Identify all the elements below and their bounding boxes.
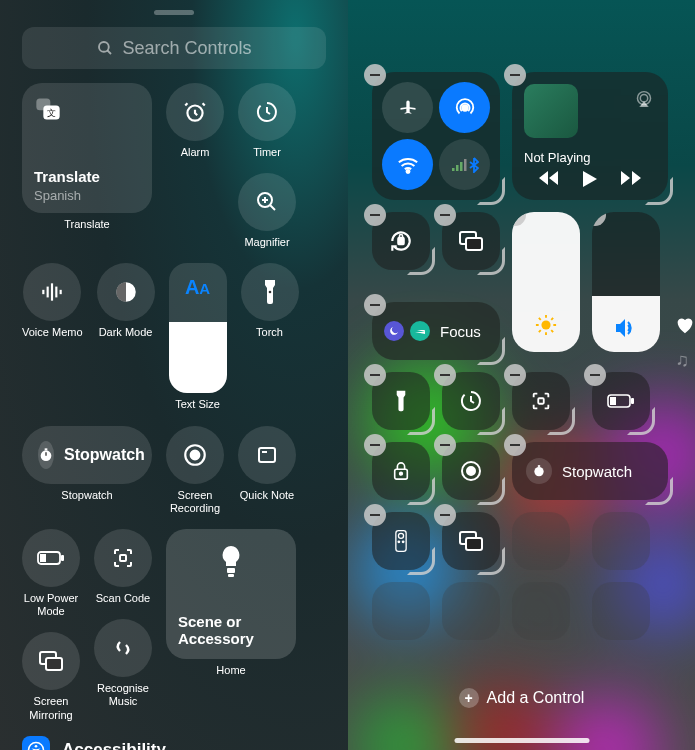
remove-button[interactable] <box>504 364 526 386</box>
screen-recording-button[interactable] <box>442 442 500 500</box>
timer-button[interactable] <box>442 372 500 430</box>
timer-button[interactable] <box>238 83 296 141</box>
empty-slot[interactable] <box>442 582 500 640</box>
svg-point-17 <box>41 450 52 461</box>
search-icon <box>96 39 114 57</box>
empty-slot[interactable] <box>512 582 570 640</box>
remove-button[interactable] <box>364 294 386 316</box>
svg-rect-28 <box>46 658 62 670</box>
svg-rect-76 <box>538 465 540 467</box>
focus-widget[interactable]: Focus <box>372 302 500 360</box>
apple-tv-remote-button[interactable] <box>372 512 430 570</box>
brightness-slider[interactable] <box>512 212 580 352</box>
svg-point-72 <box>400 472 403 475</box>
now-playing-label: Not Playing <box>524 150 590 165</box>
airplane-icon <box>398 98 418 118</box>
torch-button[interactable] <box>241 263 299 321</box>
empty-slot[interactable] <box>592 512 650 570</box>
quick-note-button[interactable] <box>238 426 296 484</box>
resize-handle[interactable] <box>411 411 435 435</box>
empty-slot[interactable] <box>592 582 650 640</box>
remove-button[interactable] <box>364 504 386 526</box>
svg-point-75 <box>534 467 543 476</box>
torch-button[interactable] <box>372 372 430 430</box>
svg-point-74 <box>467 467 475 475</box>
speaker-icon <box>614 318 638 338</box>
add-control-button[interactable]: + Add a Control <box>348 688 695 708</box>
voice-memo-button[interactable] <box>23 263 81 321</box>
remove-button[interactable] <box>434 504 456 526</box>
remove-button[interactable] <box>434 434 456 456</box>
stopwatch-pill[interactable]: Stopwatch <box>22 426 152 484</box>
resize-handle[interactable] <box>411 251 435 275</box>
resize-handle[interactable] <box>649 481 673 505</box>
empty-slot[interactable] <box>512 512 570 570</box>
svg-line-63 <box>539 318 541 320</box>
search-controls-field[interactable]: Search Controls <box>22 27 326 69</box>
remove-button[interactable] <box>364 434 386 456</box>
rotation-lock-button[interactable] <box>372 212 430 270</box>
airplay-icon[interactable] <box>634 90 654 108</box>
translate-tile[interactable]: 文 Translate Spanish <box>22 83 152 213</box>
bluetooth-icon <box>469 157 479 173</box>
text-size-slider[interactable]: AA <box>169 263 227 393</box>
timer-item: Timer <box>238 83 296 159</box>
screen-recording-button[interactable] <box>166 426 224 484</box>
airplane-toggle[interactable] <box>382 82 433 133</box>
remove-button[interactable] <box>364 204 386 226</box>
resize-handle[interactable] <box>551 411 575 435</box>
volume-slider[interactable] <box>592 212 660 352</box>
resize-handle[interactable] <box>631 411 655 435</box>
scan-code-button[interactable] <box>512 372 570 430</box>
favorite-heart-icon[interactable] <box>675 316 695 334</box>
svg-rect-50 <box>456 165 459 171</box>
translate-title: Translate <box>34 168 100 185</box>
home-tile[interactable]: Scene or Accessory <box>166 529 296 659</box>
svg-rect-18 <box>45 448 48 450</box>
magnifier-button[interactable] <box>238 173 296 231</box>
dark-mode-item: Dark Mode <box>97 263 155 339</box>
connectivity-widget[interactable] <box>372 72 500 200</box>
resize-handle[interactable] <box>411 551 435 575</box>
remove-button[interactable] <box>434 204 456 226</box>
resize-handle[interactable] <box>481 341 505 365</box>
sheet-grabber[interactable] <box>154 10 194 15</box>
resize-handle[interactable] <box>481 551 505 575</box>
resize-handle[interactable] <box>481 251 505 275</box>
translate-item: 文 Translate Spanish Translate <box>22 83 152 231</box>
alarm-button[interactable] <box>166 83 224 141</box>
remove-button[interactable] <box>512 212 526 226</box>
low-power-button[interactable] <box>22 529 80 587</box>
screen-mirroring-button-2[interactable] <box>442 512 500 570</box>
stopwatch-widget[interactable]: Stopwatch <box>512 442 668 500</box>
rewind-button[interactable] <box>538 170 560 188</box>
empty-slot[interactable] <box>372 582 430 640</box>
recognise-music-button[interactable] <box>94 619 152 677</box>
remove-button[interactable] <box>584 364 606 386</box>
remove-button[interactable] <box>364 364 386 386</box>
screen-mirroring-button[interactable] <box>22 632 80 690</box>
remove-button[interactable] <box>504 434 526 456</box>
scan-code-button[interactable] <box>94 529 152 587</box>
flashlight-icon <box>263 279 277 305</box>
resize-handle[interactable] <box>481 411 505 435</box>
forward-button[interactable] <box>620 170 642 188</box>
lock-button[interactable] <box>372 442 430 500</box>
resize-handle[interactable] <box>411 481 435 505</box>
wifi-toggle[interactable] <box>382 139 433 190</box>
accessibility-badge-icon <box>22 736 50 750</box>
svg-line-66 <box>551 318 553 320</box>
airdrop-toggle[interactable] <box>439 82 490 133</box>
resize-handle[interactable] <box>481 181 505 205</box>
low-power-button[interactable] <box>592 372 650 430</box>
remove-button[interactable] <box>434 364 456 386</box>
resize-handle[interactable] <box>481 481 505 505</box>
media-widget[interactable]: Not Playing <box>512 72 668 200</box>
play-button[interactable] <box>582 170 598 188</box>
remove-button[interactable] <box>504 64 526 86</box>
resize-handle[interactable] <box>649 181 673 205</box>
svg-point-80 <box>402 541 404 543</box>
dark-mode-button[interactable] <box>97 263 155 321</box>
screen-mirroring-button[interactable] <box>442 212 500 270</box>
remove-button[interactable] <box>592 212 606 226</box>
